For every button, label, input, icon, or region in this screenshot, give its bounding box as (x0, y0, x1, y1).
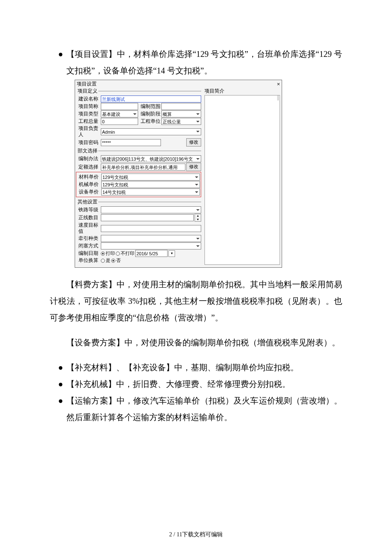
project-brief-textarea[interactable] (205, 95, 280, 265)
input-date[interactable]: 2016/ 5/25 (135, 250, 168, 257)
select-block[interactable] (101, 242, 201, 249)
page-footer: 2 / 11下载文档可编辑 (50, 506, 342, 538)
label-block: 闭塞方式 (77, 243, 100, 249)
select-type[interactable]: 基本建设 (101, 110, 138, 117)
scrollbar-icon[interactable] (277, 95, 280, 100)
select-machine-price[interactable]: 129号文扣税 (101, 181, 200, 188)
project-settings-dialog: 项目设置 × 项目定义 建设名称 兰新线测试 项目简称 编制范围 (75, 80, 282, 268)
right-title: 项目简介 (205, 88, 280, 94)
radio-no[interactable]: 否 (111, 257, 121, 264)
quota-modify-button[interactable]: 修改 (186, 163, 201, 171)
label-material-price: 材料单价 (77, 174, 100, 180)
group-project-def-label: 项目定义 (77, 88, 98, 94)
group-other-label: 其他设置 (77, 199, 98, 205)
bullet-supplement-machine: 【补充机械】中，折旧费、大修理费、经常修理费分别扣税。 (50, 376, 342, 392)
bottom-bullet-list: 【补充材料】、【补充设备】中，基期、编制期单价均应扣税。 【补充机械】中，折旧费… (50, 359, 342, 425)
group-project-def: 项目定义 建设名称 兰新线测试 项目简称 编制范围 项目类型 (77, 88, 201, 147)
group-doc-select: 部文选择 编制办法 铁建设[2006]113号文、铁建设[2010]196号文 … (77, 148, 201, 198)
input-range[interactable] (161, 103, 201, 110)
label-build-name: 建设名称 (77, 96, 100, 102)
modify-button[interactable]: 修改 (186, 138, 201, 147)
highlighted-price-rows: 材料单价 129号文扣税 机械单价 129号文扣税 设备单价 14号文扣税 (76, 172, 201, 197)
input-line-count[interactable] (101, 214, 194, 221)
select-equip-price[interactable]: 14号文扣税 (101, 188, 200, 196)
top-bullet-list: 【项目设置】中，材料单价库选择“129 号文扣税”，台班单价库选择“129 号文… (50, 46, 342, 79)
label-unit: 工程单位 (139, 118, 161, 125)
label-machine-price: 机械单价 (77, 181, 100, 188)
calendar-icon[interactable]: ▾ (168, 250, 175, 257)
radio-yes[interactable]: 是 (101, 257, 110, 264)
group-doc-select-label: 部文选择 (77, 148, 98, 154)
label-password: 项目密码 (77, 139, 100, 146)
label-method: 编制办法 (77, 156, 100, 162)
paragraph-fee-plan: 【料费方案】中，对使用主材的编制期单价扣税。其中当地料一般采用简易计税法，可按征… (50, 276, 342, 326)
label-traction: 牵引种类 (77, 235, 100, 242)
label-unit-convert: 单位换算 (77, 257, 100, 264)
label-quota: 定额选择 (77, 164, 100, 170)
input-quota[interactable]: 补充单价分析,项目补充单价分析,通用 (101, 164, 185, 171)
input-build-name[interactable]: 兰新线测试 (101, 95, 201, 103)
label-short: 项目简称 (77, 103, 100, 110)
label-line-count: 正线数目 (77, 215, 100, 221)
select-rail-grade[interactable] (101, 206, 201, 213)
dialog-title: 项目设置 (77, 81, 97, 87)
label-type: 项目类型 (77, 111, 100, 117)
input-speed[interactable] (101, 225, 201, 232)
group-other: 其他设置 铁路等级 正线数目 ▲▼ 速度目标值 (77, 199, 201, 264)
label-owner: 项目负责人 (77, 125, 100, 138)
line-count-stepper[interactable]: ▲▼ (195, 214, 201, 222)
label-total: 工程总量 (77, 118, 100, 125)
select-unit[interactable]: 正线公里 (161, 118, 201, 125)
bullet-supplement-material: 【补充材料】、【补充设备】中，基期、编制期单价均应扣税。 (50, 359, 342, 376)
label-speed: 速度目标值 (77, 222, 100, 235)
paragraph-equip-plan: 【设备费方案】中，对使用设备的编制期单价扣税（增值税税率见附表）。 (50, 334, 342, 351)
label-print-date: 编制日期 (77, 250, 100, 257)
intro-bullet: 【项目设置】中，材料单价库选择“129 号文扣税”，台班单价库选择“129 号文… (50, 46, 342, 79)
select-stage[interactable]: 概算 (161, 110, 201, 117)
label-stage: 编制阶段 (139, 111, 161, 117)
label-rail-grade: 铁路等级 (77, 207, 100, 213)
input-short[interactable] (101, 103, 138, 110)
label-range: 编制范围 (139, 103, 161, 110)
close-icon[interactable]: × (277, 81, 280, 87)
select-owner[interactable]: Admin (101, 128, 201, 135)
select-traction[interactable] (101, 235, 201, 242)
radio-print[interactable]: 打印 (101, 250, 115, 257)
label-equip-price: 设备单价 (77, 189, 100, 195)
radio-noprint[interactable]: 不打印 (116, 250, 134, 257)
select-method[interactable]: 铁建设[2006]113号文、铁建设[2010]196号文 (101, 155, 201, 162)
input-total[interactable]: 0 (101, 118, 138, 125)
bullet-transport-plan: 【运输方案】中，修改汽车运输单价（扣税）及火车运价规则（营改增）。然后重新计算各… (50, 392, 342, 425)
select-material-price[interactable]: 129号文扣税 (101, 174, 200, 181)
input-password[interactable]: ***** (101, 139, 161, 146)
